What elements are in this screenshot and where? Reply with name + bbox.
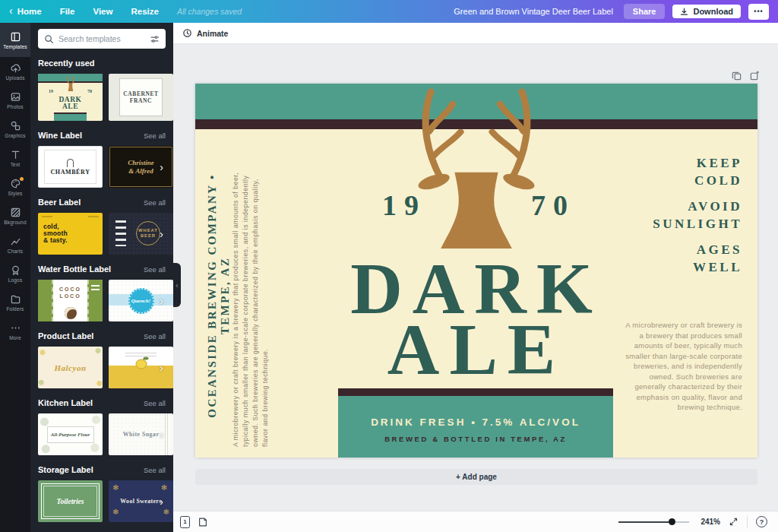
template-thumb-chambery[interactable]: CHAMBÉRY — [38, 146, 103, 188]
share-button[interactable]: Share — [624, 4, 666, 19]
background-icon — [10, 207, 21, 218]
brewed-bottled-text: BREWED & BOTTLED IN TEMPE, AZ — [338, 435, 613, 443]
panel-collapse-handle[interactable] — [173, 263, 181, 307]
rail-item-graphics[interactable]: Graphics — [0, 115, 30, 144]
storage-notes[interactable]: KEEP COLD AVOID SUNLIGHT AGES WELL — [653, 154, 742, 284]
see-all-link[interactable]: See all — [144, 466, 166, 474]
template-thumb-all-purpose-flour[interactable]: All-Purpose Flour — [38, 413, 103, 455]
section-title: Water Bottle Label — [38, 264, 111, 274]
folders-icon — [10, 293, 21, 305]
document-title[interactable]: Green and Brown Vintage Deer Beer Label — [454, 7, 613, 16]
fullscreen-icon[interactable] — [729, 517, 738, 527]
chevron-right-icon[interactable] — [160, 496, 163, 507]
see-all-link[interactable]: See all — [144, 131, 166, 140]
menu-view[interactable]: View — [93, 7, 112, 16]
vertical-body-text[interactable]: A microbrewery or craft brewery is a bre… — [231, 172, 270, 447]
section-water-bottle-label: Water Bottle Label See all — [38, 264, 166, 274]
notes-icon[interactable] — [198, 517, 208, 527]
chevron-right-icon[interactable] — [160, 363, 163, 373]
note-avoid-sunlight: AVOID SUNLIGHT — [653, 198, 742, 233]
duplicate-page-icon[interactable] — [732, 71, 742, 81]
template-thumb-cold-smooth-tasty[interactable]: cold, smooth & tasty. — [38, 213, 103, 255]
template-thumb-halcyon[interactable]: Halcyon — [38, 347, 103, 388]
deer-illustration[interactable] — [378, 85, 575, 249]
year-left-text[interactable]: 19 — [382, 188, 426, 222]
see-all-link[interactable]: See all — [144, 198, 166, 207]
page-manager-icon[interactable]: 1 — [180, 516, 190, 528]
body-paragraph[interactable]: A microbrewery or craft brewery is a bre… — [625, 320, 742, 413]
animate-button[interactable]: Animate — [182, 28, 228, 38]
drink-fresh-text: DRINK FRESH • 7.5% ALC/VOL — [338, 416, 613, 428]
note-keep-cold: KEEP COLD — [653, 154, 742, 189]
thumb-title: Halcyon — [55, 363, 87, 372]
download-button[interactable]: Download — [672, 5, 741, 18]
design-page[interactable]: 19 70 DARK ALE OCEANSIDE BREWING COMPANY… — [195, 84, 757, 458]
thumb-title: Toiletries — [43, 486, 97, 517]
page-actions — [732, 71, 760, 81]
template-thumb-toiletries[interactable]: Toiletries — [38, 480, 103, 522]
rail-item-styles[interactable]: Styles — [0, 173, 30, 201]
rail-item-more[interactable]: More — [0, 317, 30, 346]
animate-icon — [182, 28, 192, 38]
template-thumb-dark-ale[interactable]: 1970 DARK ALE — [38, 74, 103, 121]
rail-item-folders[interactable]: Folders — [0, 288, 30, 317]
thumb-title: Quench! — [128, 288, 154, 314]
thumb-title: cold, smooth & tasty. — [43, 223, 68, 244]
rail-item-uploads[interactable]: Uploads — [0, 57, 30, 86]
zoom-slider-knob[interactable] — [669, 518, 675, 525]
rail-item-charts[interactable]: Charts — [0, 230, 30, 259]
divider — [747, 516, 748, 527]
see-all-link[interactable]: See all — [144, 399, 166, 407]
section-title: Product Label — [38, 331, 93, 340]
more-options-button[interactable]: ••• — [748, 4, 769, 20]
bottom-block[interactable]: DRINK FRESH • 7.5% ALC/VOL BREWED & BOTT… — [338, 388, 613, 458]
menu-resize[interactable]: Resize — [131, 7, 158, 16]
rail-item-photos[interactable]: Photos — [0, 86, 30, 115]
thumb-year-right: 70 — [87, 89, 92, 93]
add-page-button[interactable]: + Add page — [195, 469, 757, 485]
template-thumb-cabernet-franc[interactable]: CABERNET FRANC — [109, 74, 173, 121]
section-title: Recently used — [38, 59, 95, 68]
chevron-right-icon[interactable] — [160, 296, 163, 306]
rail-item-text[interactable]: Text — [0, 144, 30, 173]
menu-file[interactable]: File — [60, 7, 75, 16]
see-all-link[interactable]: See all — [144, 265, 166, 274]
see-all-link[interactable]: See all — [144, 332, 166, 340]
thumb-title: All-Purpose Flour — [47, 426, 94, 443]
status-bar: 1 241% ? — [173, 511, 778, 532]
add-page-icon[interactable] — [750, 71, 760, 81]
home-button[interactable]: Home — [9, 7, 42, 16]
vertical-brand-text[interactable]: OCEANSIDE BREWING COMPANY • TEMPE, AZ — [206, 144, 226, 447]
section-product-label: Product Label See all — [38, 331, 166, 340]
help-icon[interactable]: ? — [756, 516, 767, 527]
section-title: Beer Label — [38, 198, 81, 207]
template-thumb-coco-loco[interactable]: COCO LOCO — [38, 280, 103, 321]
text-lines-decoration — [125, 353, 157, 359]
year-right-text[interactable]: 70 — [531, 188, 575, 222]
canvas-region: Animate — [173, 23, 778, 532]
chevron-right-icon[interactable] — [160, 162, 163, 173]
brown-stripe — [338, 388, 613, 396]
thumb-title: COCO LOCO — [38, 287, 103, 299]
teal-block: DRINK FRESH • 7.5% ALC/VOL BREWED & BOTT… — [338, 396, 613, 458]
zoom-slider-fill — [618, 521, 672, 523]
home-label: Home — [17, 7, 42, 16]
thumb-year-left: 19 — [49, 89, 53, 93]
logos-icon — [10, 264, 21, 276]
zoom-level[interactable]: 241% — [697, 518, 720, 526]
templates-icon — [10, 31, 21, 43]
zoom-slider[interactable] — [618, 521, 689, 523]
styles-notification-badge — [20, 177, 24, 181]
thumb-bars-decoration — [115, 220, 126, 246]
graphics-icon — [10, 120, 21, 131]
rail-item-logos[interactable]: Logos — [0, 259, 30, 288]
rail-item-background[interactable]: Bkground — [0, 201, 30, 230]
section-title: Wine Label — [38, 131, 82, 140]
section-recently-used: Recently used — [38, 59, 166, 68]
filter-icon[interactable] — [150, 34, 160, 44]
chevron-right-icon[interactable] — [160, 229, 163, 239]
thumb-title: CABERNET FRANC — [119, 78, 163, 116]
search-input[interactable] — [59, 34, 145, 43]
rail-item-templates[interactable]: Templates — [0, 23, 30, 57]
chevron-right-icon[interactable] — [160, 429, 163, 440]
